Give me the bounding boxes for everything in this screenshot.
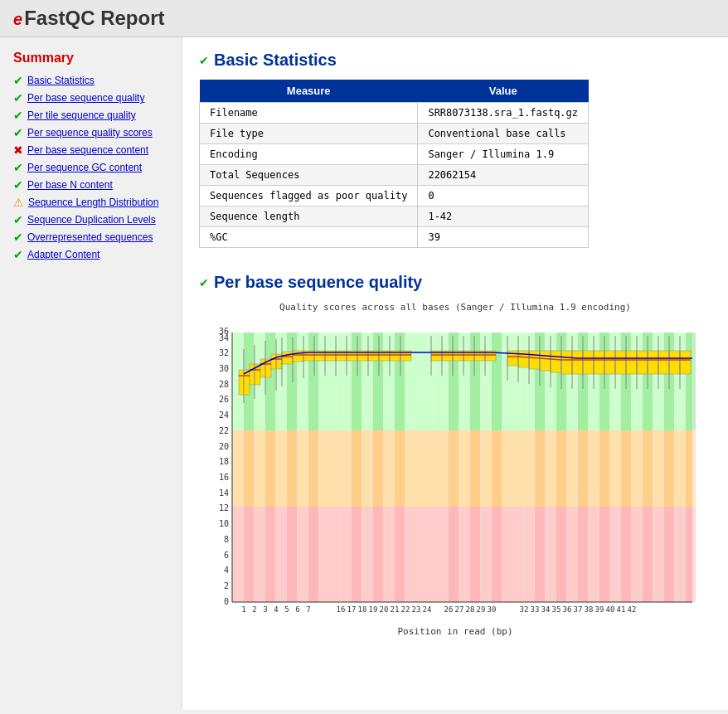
- sidebar-item-sequence-length-distribution[interactable]: ⚠Sequence Length Distribution: [13, 196, 168, 209]
- svg-text:12: 12: [219, 503, 229, 512]
- sidebar-link-per-sequence-quality-scores[interactable]: Per sequence quality scores: [27, 127, 153, 138]
- svg-text:42: 42: [628, 605, 637, 614]
- svg-text:2: 2: [252, 605, 256, 614]
- status-icon-per-base-sequence-content: ✖: [13, 143, 23, 157]
- svg-text:19: 19: [369, 605, 378, 614]
- sidebar-link-adapter-content[interactable]: Adapter Content: [27, 249, 99, 260]
- svg-text:32: 32: [520, 605, 529, 614]
- svg-rect-63: [373, 430, 383, 507]
- x-axis-label: Position in read (bp): [199, 626, 711, 637]
- svg-rect-75: [686, 430, 696, 507]
- sidebar-item-per-base-sequence-content[interactable]: ✖Per base sequence content: [13, 143, 168, 157]
- svg-rect-53: [599, 507, 609, 602]
- sidebar-link-per-tile-sequence-quality[interactable]: Per tile sequence quality: [27, 109, 136, 121]
- svg-rect-66: [470, 430, 480, 507]
- measure-cell: Sequences flagged as poor quality: [200, 186, 418, 206]
- status-icon-sequence-duplication-levels: ✔: [13, 213, 23, 226]
- svg-line-195: [518, 357, 529, 357]
- svg-text:21: 21: [391, 605, 400, 614]
- svg-rect-41: [265, 507, 275, 602]
- svg-rect-57: [686, 507, 696, 602]
- sidebar-link-sequence-length-distribution[interactable]: Sequence Length Distribution: [28, 197, 158, 208]
- svg-rect-71: [599, 430, 609, 507]
- status-icon-per-tile-sequence-quality: ✔: [13, 109, 23, 122]
- svg-rect-123: [583, 351, 594, 374]
- svg-text:22: 22: [219, 426, 229, 435]
- svg-text:40: 40: [606, 605, 615, 614]
- sidebar-item-per-tile-sequence-quality[interactable]: ✔Per tile sequence quality: [13, 109, 168, 122]
- table-header-measure: Measure: [200, 80, 418, 103]
- svg-rect-54: [621, 507, 631, 602]
- svg-rect-64: [395, 430, 405, 507]
- status-icon-sequence-length-distribution: ⚠: [13, 196, 24, 209]
- value-cell: 0: [418, 186, 589, 206]
- svg-rect-44: [352, 507, 362, 602]
- svg-text:5: 5: [284, 605, 289, 614]
- table-row: Sequence length1-42: [200, 206, 589, 227]
- svg-text:6: 6: [224, 551, 229, 560]
- svg-text:16: 16: [337, 605, 346, 614]
- svg-line-198: [551, 359, 561, 360]
- svg-rect-52: [578, 507, 588, 602]
- table-row: File typeConventional base calls: [200, 124, 589, 144]
- svg-rect-98: [282, 352, 293, 364]
- status-icon-basic-statistics: ✔: [13, 74, 23, 87]
- value-cell: 39: [418, 227, 589, 248]
- sidebar-link-overrepresented-sequences[interactable]: Overrepresented sequences: [27, 231, 153, 243]
- main-content: ✔ Basic Statistics Measure Value Filenam…: [182, 37, 728, 710]
- sidebar-link-per-base-n-content[interactable]: Per base N content: [27, 179, 113, 191]
- sidebar-item-basic-statistics[interactable]: ✔Basic Statistics: [13, 74, 168, 87]
- svg-text:7: 7: [306, 605, 310, 614]
- svg-text:32: 32: [219, 348, 229, 357]
- svg-text:30: 30: [219, 364, 229, 373]
- sidebar-link-sequence-duplication-levels[interactable]: Sequence Duplication Levels: [27, 214, 156, 226]
- svg-rect-120: [551, 351, 561, 372]
- svg-rect-121: [561, 351, 572, 374]
- sidebar-item-sequence-duplication-levels[interactable]: ✔Sequence Duplication Levels: [13, 213, 168, 226]
- measure-cell: Filename: [200, 103, 418, 124]
- svg-rect-51: [556, 507, 566, 602]
- svg-rect-79: [308, 333, 318, 430]
- status-icon-overrepresented-sequences: ✔: [13, 231, 23, 244]
- svg-text:4: 4: [274, 605, 278, 614]
- svg-text:28: 28: [219, 380, 229, 389]
- svg-rect-82: [395, 333, 405, 430]
- sidebar-link-per-base-sequence-quality[interactable]: Per base sequence quality: [27, 92, 144, 104]
- sidebar-item-per-sequence-gc-content[interactable]: ✔Per sequence GC content: [13, 161, 168, 174]
- value-cell: Sanger / Illumina 1.9: [418, 144, 589, 165]
- logo-icon: e: [13, 10, 22, 28]
- svg-rect-48: [470, 507, 480, 602]
- svg-rect-42: [287, 507, 297, 602]
- svg-rect-67: [492, 430, 502, 507]
- table-row: Total Sequences22062154: [200, 165, 589, 186]
- per-base-quality-pass-icon: ✔: [199, 276, 209, 289]
- svg-rect-80: [352, 333, 362, 430]
- svg-rect-77: [265, 333, 275, 430]
- sidebar-link-per-base-sequence-content[interactable]: Per base sequence content: [27, 144, 148, 156]
- svg-text:33: 33: [531, 605, 540, 614]
- svg-rect-84: [470, 333, 480, 430]
- svg-text:28: 28: [466, 605, 475, 614]
- svg-rect-46: [395, 507, 405, 602]
- svg-text:16: 16: [219, 473, 229, 482]
- sidebar-item-per-sequence-quality-scores[interactable]: ✔Per sequence quality scores: [13, 126, 168, 139]
- svg-rect-73: [643, 430, 653, 507]
- svg-line-197: [540, 358, 551, 359]
- sidebar-link-basic-statistics[interactable]: Basic Statistics: [27, 75, 95, 86]
- status-icon-per-base-n-content: ✔: [13, 178, 23, 192]
- svg-rect-131: [669, 351, 680, 374]
- table-row: Sequences flagged as poor quality0: [200, 186, 589, 206]
- status-icon-per-sequence-quality-scores: ✔: [13, 126, 23, 139]
- sidebar-link-per-sequence-gc-content[interactable]: Per sequence GC content: [27, 162, 142, 173]
- sidebar-item-adapter-content[interactable]: ✔Adapter Content: [13, 248, 168, 261]
- svg-rect-49: [492, 507, 502, 602]
- sidebar-items: ✔Basic Statistics✔Per base sequence qual…: [13, 74, 168, 261]
- svg-rect-83: [449, 333, 459, 430]
- sidebar-item-per-base-n-content[interactable]: ✔Per base N content: [13, 178, 168, 192]
- svg-text:27: 27: [455, 605, 464, 614]
- sidebar-item-overrepresented-sequences[interactable]: ✔Overrepresented sequences: [13, 231, 168, 244]
- sidebar-item-per-base-sequence-quality[interactable]: ✔Per base sequence quality: [13, 91, 168, 104]
- svg-rect-128: [637, 351, 648, 374]
- svg-text:4: 4: [224, 566, 229, 575]
- table-row: %GC39: [200, 227, 589, 248]
